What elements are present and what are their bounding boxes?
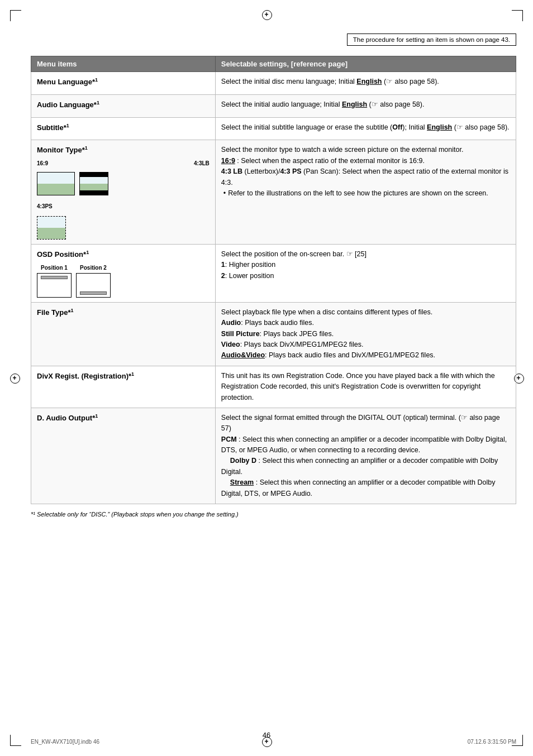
monitor-box-ps [37,216,66,240]
table-row: D. Audio Output*1 Select the signal form… [31,408,516,504]
menu-item-cell: Audio Language*1 [31,94,216,117]
procedure-note-text: The procedure for setting an item is sho… [353,36,510,43]
settings-text: Select the signal format emitted through… [221,414,507,497]
settings-text: Select the initial subtitle language or … [221,123,510,131]
monitor-box-lb [79,172,108,195]
monitor-illustration: 16:9 4:3LB [37,159,210,240]
menu-item-name: Monitor Type*1 [37,145,210,156]
monitor-box-wide [37,172,75,195]
menu-item-name: Menu Language*1 [37,76,210,88]
lb-strip-bottom [80,190,108,195]
monitor-label-wide: 16:9 [37,159,48,168]
osd-bar-top [41,276,68,279]
monitor-screen-lb [79,172,108,195]
menu-item-name: D. Audio Output*1 [37,413,210,424]
monitor-screen-ps [37,216,66,240]
content-area: The procedure for setting an item is sho… [31,34,516,722]
menu-item-cell: Subtitle*1 [31,117,216,140]
col-settings-header: Selectable settings, [reference page] [215,56,516,72]
settings-cell: Select the signal format emitted through… [215,408,516,504]
settings-cell: Select the position of the on-screen bar… [215,245,516,303]
table-row: DivX Regist. (Registration)*1 This unit … [31,366,516,408]
menu-item-name: File Type*1 [37,307,210,318]
procedure-note: The procedure for setting an item is sho… [347,34,516,46]
menu-item-cell: Monitor Type*1 16:9 4:3LB [31,140,216,245]
settings-cell: Select playback file type when a disc co… [215,302,516,366]
osd-screen-pos1 [37,273,72,298]
osd-illustration: Position 1 Position 2 [37,264,210,298]
menu-item-name: Audio Language*1 [37,99,210,111]
settings-text: Select the initial disc menu language; I… [221,78,439,85]
corner-mark-tr [512,10,523,21]
dolby-line: Dolby D : Select this when connecting an… [221,457,498,475]
osd-screen-pos2 [76,273,111,298]
osd-box-pos1: Position 1 [37,264,72,298]
landscape-illus [37,173,74,195]
menu-item-name: Subtitle*1 [37,122,210,133]
corner-mark-tl [10,10,21,21]
settings-cell: Select the monitor type to watch a wide … [215,140,516,245]
monitor-screen-wide [37,172,75,195]
settings-text: Select the initial audio language; Initi… [221,101,425,108]
osd-bar-bottom [80,291,107,295]
panscans-illus [37,217,65,239]
osd-pos1-label: Position 1 [41,264,68,272]
menu-item-cell: Menu Language*1 [31,72,216,95]
menu-item-cell: File Type*1 [31,302,216,366]
monitor-bullet: Refer to the illustrations on the left t… [223,188,510,199]
menu-item-name: OSD Position*1 [37,249,210,260]
osd-pos2-label: Position 2 [80,264,107,272]
footer-right: 07.12.6 3:31:50 PM [468,739,516,745]
menu-item-cell: D. Audio Output*1 [31,408,216,504]
table-row: File Type*1 Select playback file type wh… [31,302,516,366]
monitor-col-labels: 16:9 4:3LB [37,159,210,168]
monitor-label-lb: 4:3LB [194,159,210,168]
settings-cell: Select the initial audio language; Initi… [215,94,516,117]
settings-cell: Select the initial disc menu language; I… [215,72,516,95]
table-row: Monitor Type*1 16:9 4:3LB [31,140,516,245]
table-row: OSD Position*1 Position 1 Position 2 [31,245,516,303]
main-table: Menu items Selectable settings, [referen… [31,56,516,504]
reg-mark-top [262,10,271,19]
table-row: Audio Language*1 Select the initial audi… [31,94,516,117]
reg-mark-left [10,374,19,382]
settings-text: This unit has its own Registration Code.… [221,372,495,401]
lb-strip-top [80,173,108,177]
menu-item-name: DivX Regist. (Registration)*1 [37,371,210,382]
settings-text: Select playback file type when a disc co… [221,308,435,360]
footnote: *¹ Selectable only for “DISC.” (Playback… [31,511,516,518]
corner-mark-bl [10,735,21,746]
footnote-text: *¹ Selectable only for “DISC.” (Playback… [31,511,239,518]
menu-item-cell: OSD Position*1 Position 1 Position 2 [31,245,216,303]
lb-content [80,177,108,190]
col-menu-header: Menu items [31,56,216,72]
settings-cell: Select the initial subtitle language or … [215,117,516,140]
monitor-label-ps: 4:3PS [37,203,53,209]
table-row: Subtitle*1 Select the initial subtitle l… [31,117,516,140]
osd-box-pos2: Position 2 [76,264,111,298]
letterbox-illus [80,173,108,195]
settings-text: Select the monitor type to watch a wide … [221,146,510,199]
settings-cell: This unit has its own Registration Code.… [215,366,516,408]
page-number: 46 [263,731,270,739]
menu-item-cell: DivX Regist. (Registration)*1 [31,366,216,408]
footer-left: EN_KW-AVX710[U].indb 46 [31,739,99,745]
settings-text: Select the position of the on-screen bar… [221,250,367,280]
stream-line: Stream : Select this when connecting an … [221,479,496,497]
table-row: Menu Language*1 Select the initial disc … [31,72,516,95]
